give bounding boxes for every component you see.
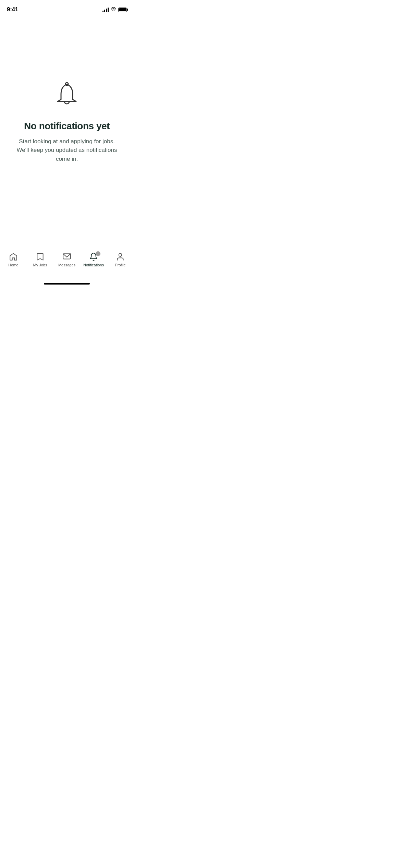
battery-icon <box>118 8 127 12</box>
empty-subtitle: Start looking at and applying for jobs. … <box>15 137 118 164</box>
messages-icon <box>62 252 72 262</box>
tab-messages-label: Messages <box>58 263 75 267</box>
tab-notifications[interactable]: Notifications <box>80 251 107 268</box>
empty-state-container: No notifications yet Start looking at an… <box>0 0 134 247</box>
svg-point-4 <box>119 253 122 256</box>
tab-my-jobs[interactable]: My Jobs <box>27 251 53 268</box>
home-indicator <box>0 278 134 289</box>
tab-home[interactable]: Home <box>0 251 27 268</box>
bell-icon <box>51 80 82 112</box>
tab-profile[interactable]: Profile <box>107 251 134 268</box>
notification-badge <box>96 251 100 256</box>
bookmark-icon <box>35 252 45 262</box>
home-icon <box>9 252 18 262</box>
home-indicator-bar <box>44 283 90 285</box>
notifications-icon <box>89 252 98 262</box>
tab-my-jobs-label: My Jobs <box>33 263 47 267</box>
tab-home-label: Home <box>8 263 18 267</box>
tab-profile-label: Profile <box>115 263 125 267</box>
tab-bar: Home My Jobs Messages Not <box>0 247 134 278</box>
profile-icon <box>116 252 125 262</box>
empty-title: No notifications yet <box>24 121 110 132</box>
tab-notifications-label: Notifications <box>83 263 104 267</box>
tab-messages[interactable]: Messages <box>53 251 80 268</box>
